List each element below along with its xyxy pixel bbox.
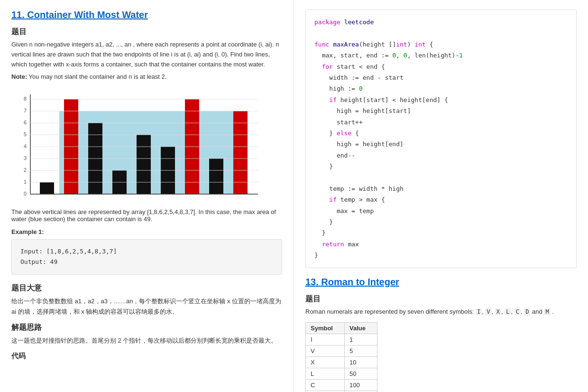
bar-chart: 0 1 2 3 4 5 6 7 8 [11,85,258,204]
code-line-5: if height[start] < height[end] { [314,94,568,105]
approach-title: 解题思路 [11,323,282,333]
bar-4 [137,135,151,194]
chart-area: 0 1 2 3 4 5 6 7 8 [11,85,282,204]
code-title: 代码 [11,352,282,361]
val-l: 50 [344,368,377,380]
note-text: You may not slant the container and n is… [27,73,166,80]
code-blank [314,28,568,38]
col-symbol: Symbol [306,323,345,334]
chart-caption: The above vertical lines are represented… [11,208,282,223]
symbol-c: C [514,308,521,315]
y-label-4: 4 [24,143,27,149]
code-line-9: high = height[end] [314,139,568,149]
note-prefix: Note: [11,73,27,80]
example-input: Input: [1,8,6,2,5,4,8,3,7] [20,246,273,257]
val-c: 100 [344,380,377,391]
sym-v: V [306,345,345,357]
bar-8 [233,111,248,194]
code-line-4: high := 0 [314,83,568,94]
go-code-block: package leetcode func maxArea(height []i… [305,9,577,268]
code-line-3: width := end - start [314,72,568,83]
code-line-11: } [314,161,568,172]
table-row: C100 [306,380,377,391]
code-line-17: return max [314,239,568,250]
sym-x: X [306,357,345,368]
bar-0 [40,182,54,194]
left-panel: 11. Container With Most Water 题目 Given n… [0,0,294,392]
y-label-6: 6 [24,120,27,125]
summary-desc: 给出一个非负整数数组 a1，a2，a3，……an，每个整数标识一个竖立在坐标轴 … [11,296,282,317]
table-row: L50 [306,368,377,380]
code-line-12: temp := width * high [314,183,568,194]
bar-7 [209,159,223,194]
summary-title: 题目大意 [11,283,282,293]
symbol-i: I [476,308,482,315]
table-row: I1 [306,334,377,345]
symbol-d: D [524,308,530,315]
sym-i: I [306,334,345,345]
code-line-18: } [314,250,568,261]
code-func-sig: func maxArea(height []int) int { [314,39,568,50]
y-label-7: 7 [24,108,27,113]
y-label-1: 1 [24,179,27,185]
sym-l: L [306,368,345,380]
code-blank2 [314,172,568,183]
symbol-m: M [544,308,550,315]
note: Note: You may not slant the container an… [11,73,282,80]
val-v: 5 [344,345,377,357]
code-line-14: max = temp [314,205,568,216]
symbol-x: X [495,308,501,315]
topic13-label: 题目 [305,294,577,304]
y-label-2: 2 [24,167,27,173]
y-label-8: 8 [24,96,27,102]
code-line-16: } [314,227,568,238]
problem-title[interactable]: 11. Container With Most Water [11,9,282,20]
table-row: X10 [306,357,377,368]
val-x: 10 [344,357,377,368]
example-output: Output: 49 [20,257,273,267]
roman-table: Symbol Value I1 V5 X10 L50 C100 D500 M10… [305,322,377,392]
y-label-3: 3 [24,155,27,161]
code-line-15: } [314,216,568,227]
example-code-box: Input: [1,8,6,2,5,4,8,3,7] Output: 49 [11,239,282,274]
val-i: 1 [344,334,377,345]
table-header-row: Symbol Value [306,323,377,334]
code-line-10: end-- [314,150,568,161]
roman-desc: Roman numerals are represented by seven … [305,307,577,317]
problem13-title[interactable]: 13. Roman to Integer [305,277,577,288]
col-value: Value [344,323,377,334]
topic-label: 题目 [11,27,282,37]
package-line: package leetcode [314,17,568,28]
code-line-7: start++ [314,117,568,128]
code-line-1: max, start, end := 0, 0, len(height)-1 [314,50,568,61]
problem-desc: Given n non-negative integers a1, a2, ..… [11,40,282,69]
y-label-0: 0 [24,191,27,196]
sym-c: C [306,380,345,391]
code-line-13: if temp > max { [314,194,568,205]
example-label: Example 1: [11,228,282,235]
code-line-8: } else { [314,128,568,139]
symbol-v: V [485,308,491,315]
table-row: V5 [306,345,377,357]
y-label-5: 5 [24,131,27,137]
approach-desc: 这一题也是对撞指针的思路。首尾分别 2 个指针，每次移动以后都分别判断长宽的乘积… [11,336,282,346]
code-line-2: for start < end { [314,61,568,72]
code-line-6: high = height[start] [314,105,568,116]
symbol-l: L [505,308,511,315]
right-panel: package leetcode func maxArea(height []i… [294,0,588,392]
